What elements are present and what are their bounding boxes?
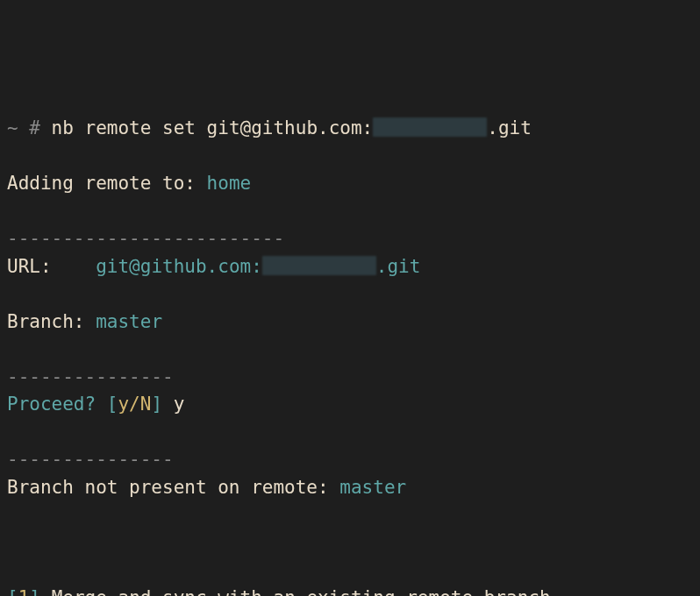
proceed-options: y/N: [118, 394, 151, 415]
prompt: ~ #: [7, 117, 40, 138]
branch-line: Branch: master: [7, 309, 693, 337]
divider: ---------------: [7, 366, 174, 387]
command-line[interactable]: ~ # nb remote set git@github.com:.git: [7, 115, 693, 143]
proceed-answer: y: [174, 394, 185, 415]
not-present-value: master: [339, 477, 406, 498]
branch-not-present-line: Branch not present on remote: master: [7, 474, 693, 502]
option-1: [1] Merge and sync with an existing remo…: [7, 585, 693, 597]
adding-value: home: [207, 173, 252, 194]
adding-remote-line: Adding remote to: home: [7, 170, 693, 198]
command-text: nb remote set git@github.com:: [52, 117, 374, 138]
divider: -------------------------: [7, 228, 284, 249]
redacted-repo: [373, 117, 487, 137]
bracket-open: [: [107, 394, 118, 415]
not-present-label: Branch not present on remote:: [7, 477, 329, 498]
bracket-close: ]: [151, 394, 162, 415]
adding-label: Adding remote to:: [7, 173, 196, 194]
url-prefix: git@github.com:: [96, 256, 262, 277]
url-label: URL:: [7, 256, 85, 277]
branch-label: Branch:: [7, 311, 85, 332]
redacted-repo: [262, 256, 376, 275]
divider: ---------------: [7, 449, 174, 470]
proceed-prompt[interactable]: Proceed? [y/N] y: [7, 391, 693, 419]
url-suffix: .git: [376, 256, 421, 277]
proceed-label: Proceed?: [7, 394, 96, 415]
branch-value: master: [96, 311, 162, 332]
url-line: URL: git@github.com:.git: [7, 253, 693, 281]
blank-line: [7, 529, 693, 557]
